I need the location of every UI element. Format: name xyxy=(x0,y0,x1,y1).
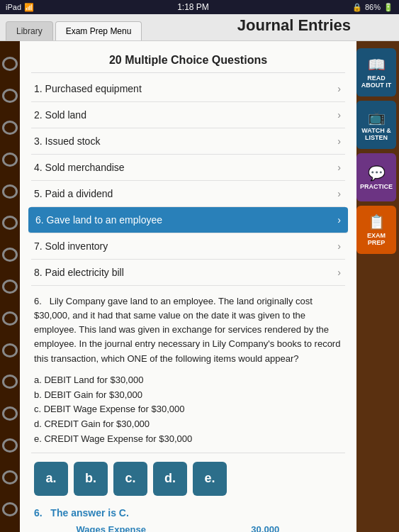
sidebar-btn-read[interactable]: 📖 READABOUT IT xyxy=(356,48,396,96)
sidebar-btn-exam[interactable]: 📋 EXAM PREP xyxy=(356,206,396,254)
answer-buttons-row: a. b. c. d. e. xyxy=(31,453,345,504)
chevron-icon-3: › xyxy=(337,135,341,147)
answer-btn-c[interactable]: c. xyxy=(113,462,147,496)
sidebar-btn-watch[interactable]: 📺 WATCH &LISTEN xyxy=(356,101,396,149)
chevron-icon-6: › xyxy=(337,214,341,226)
chevron-icon-8: › xyxy=(337,267,341,278)
chevron-icon-4: › xyxy=(337,162,341,173)
journal-debit-row: Wages Expense 30,000 xyxy=(34,524,342,532)
page-inner: 20 Multiple Choice Questions 1. Purchase… xyxy=(20,41,356,532)
question-body: 6. Lily Company gave land to an employee… xyxy=(34,294,342,366)
read-icon: 📖 xyxy=(368,56,386,73)
practice-label: PRACTICE xyxy=(360,183,393,190)
list-item-3[interactable]: 3. Issued stock › xyxy=(31,128,345,155)
question-6-text: 6. Gave land to an employee xyxy=(35,214,162,226)
chevron-icon-7: › xyxy=(337,240,341,252)
answer-btn-a[interactable]: a. xyxy=(34,462,68,496)
spiral-binding xyxy=(0,41,20,532)
question-number: 6. xyxy=(34,296,47,306)
question-2-text: 2. Sold land xyxy=(34,109,86,121)
right-sidebar: 📖 READABOUT IT 📺 WATCH &LISTEN 💬 PRACTIC… xyxy=(356,41,399,532)
spiral-ring xyxy=(2,343,18,358)
spiral-ring xyxy=(2,57,18,71)
page-title: Journal Entries xyxy=(144,16,393,40)
status-left: iPad 📶 xyxy=(6,3,34,12)
watch-icon: 📺 xyxy=(368,109,386,126)
question-3-text: 3. Issued stock xyxy=(34,135,100,147)
spiral-ring xyxy=(2,216,18,230)
spiral-ring xyxy=(2,89,18,103)
exam-label: EXAM PREP xyxy=(359,232,393,246)
spiral-ring xyxy=(2,375,18,389)
result-text: The answer is C. xyxy=(50,507,128,519)
spiral-ring xyxy=(2,438,18,453)
sidebar-btn-practice[interactable]: 💬 PRACTICE xyxy=(356,153,396,201)
list-item-5[interactable]: 5. Paid a dividend › xyxy=(31,181,345,207)
question-list: 1. Purchased equipment › 2. Sold land › … xyxy=(31,76,345,286)
result-number: 6. xyxy=(34,507,47,519)
debit-amount: 30,000 xyxy=(189,524,343,532)
question-7-text: 7. Sold inventory xyxy=(34,240,108,252)
tab-exam-prep-menu[interactable]: Exam Prep Menu xyxy=(55,21,142,40)
tab-bar: Library Exam Prep Menu Journal Entries xyxy=(0,14,399,41)
spiral-ring xyxy=(2,311,18,326)
list-item-2[interactable]: 2. Sold land › xyxy=(31,102,345,128)
question-text: Lily Company gave land to an employee. T… xyxy=(34,296,340,364)
battery-icon: 🔋 xyxy=(383,3,393,12)
answer-choices-list: a. DEBIT Land for $30,000 b. DEBIT Gain … xyxy=(34,373,342,447)
list-item-8[interactable]: 8. Paid electricity bill › xyxy=(31,260,345,286)
question-5-text: 5. Paid a dividend xyxy=(34,188,113,199)
practice-icon: 💬 xyxy=(368,165,386,182)
choice-c: c. DEBIT Wage Expense for $30,000 xyxy=(34,402,342,417)
lock-icon: 🔒 xyxy=(352,3,362,12)
chevron-icon-1: › xyxy=(337,83,341,94)
chevron-icon-2: › xyxy=(337,109,341,121)
tab-library[interactable]: Library xyxy=(6,21,53,40)
spiral-ring xyxy=(2,502,18,516)
spiral-ring xyxy=(2,184,18,199)
journal-entry-table: Wages Expense 30,000 Land 30,000 xyxy=(34,524,342,532)
list-item-7[interactable]: 7. Sold inventory › xyxy=(31,233,345,260)
wifi-icon: 📶 xyxy=(24,3,34,12)
page-content: 20 Multiple Choice Questions 1. Purchase… xyxy=(20,41,356,532)
question-4-text: 4. Sold merchandise xyxy=(34,162,125,173)
battery-level: 86% xyxy=(365,3,381,11)
exam-icon: 📋 xyxy=(368,214,386,231)
watch-label: WATCH &LISTEN xyxy=(361,127,390,141)
answer-btn-b[interactable]: b. xyxy=(74,462,108,496)
main-wrapper: 20 Multiple Choice Questions 1. Purchase… xyxy=(0,41,399,532)
ipad-label: iPad xyxy=(6,3,21,11)
spiral-ring xyxy=(2,470,18,484)
choice-b: b. DEBIT Gain for $30,000 xyxy=(34,388,342,403)
spiral-ring xyxy=(2,248,18,262)
question-1-text: 1. Purchased equipment xyxy=(34,83,142,94)
choice-d: d. CREDIT Gain for $30,000 xyxy=(34,417,342,432)
answer-correct-label: 6. The answer is C. xyxy=(34,507,342,519)
choice-a: a. DEBIT Land for $30,000 xyxy=(34,373,342,388)
read-label: READABOUT IT xyxy=(361,74,392,89)
spiral-ring xyxy=(2,279,18,294)
time-display: 1:18 PM xyxy=(177,2,209,12)
chevron-icon-5: › xyxy=(337,188,341,199)
answer-result: 6. The answer is C. Wages Expense 30,000… xyxy=(31,504,345,532)
debit-account: Wages Expense xyxy=(34,524,189,532)
spiral-ring xyxy=(2,406,18,421)
choice-e: e. CREDIT Wage Expense for $30,000 xyxy=(34,432,342,447)
list-item-1[interactable]: 1. Purchased equipment › xyxy=(31,76,345,102)
question-detail: 6. Lily Company gave land to an employee… xyxy=(31,286,345,453)
status-right: 🔒 86% 🔋 xyxy=(352,3,393,12)
status-bar: iPad 📶 1:18 PM 🔒 86% 🔋 xyxy=(0,0,399,14)
list-item-6[interactable]: 6. Gave land to an employee › xyxy=(28,207,348,233)
page-header: 20 Multiple Choice Questions xyxy=(31,47,345,73)
question-8-text: 8. Paid electricity bill xyxy=(34,267,124,278)
answer-btn-d[interactable]: d. xyxy=(153,462,187,496)
answer-btn-e[interactable]: e. xyxy=(193,462,227,496)
spiral-ring xyxy=(2,121,18,135)
list-item-4[interactable]: 4. Sold merchandise › xyxy=(31,155,345,181)
spiral-ring xyxy=(2,153,18,167)
